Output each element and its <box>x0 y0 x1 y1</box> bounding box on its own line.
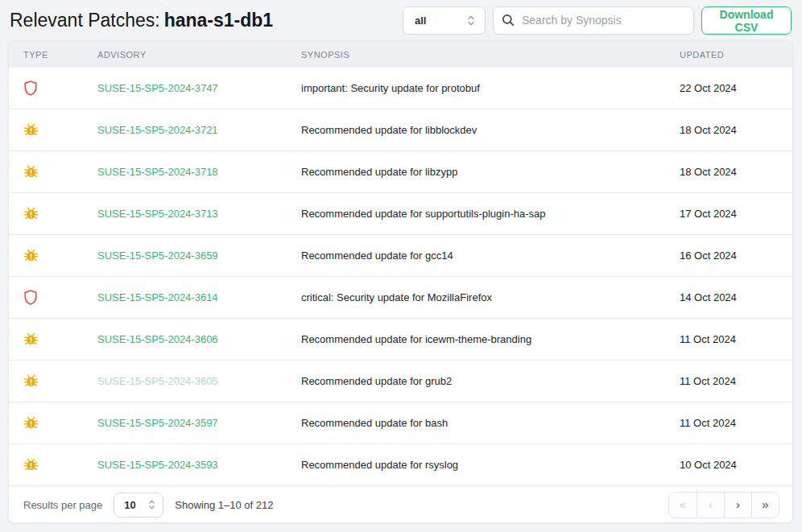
type-cell <box>9 80 83 97</box>
showing-text: Showing 1–10 of 212 <box>175 499 273 511</box>
type-cell <box>9 248 83 263</box>
advisory-cell: SUSE-15-SP5-2024-3721 <box>83 124 287 136</box>
advisory-link[interactable]: SUSE-15-SP5-2024-3659 <box>97 250 218 262</box>
column-header-advisory: Advisory <box>83 50 287 60</box>
search-box[interactable] <box>493 6 694 35</box>
page-title-system: hana-s1-db1 <box>164 10 273 31</box>
column-header-type: Type <box>9 50 83 60</box>
pagination: « ‹ › » <box>668 492 779 518</box>
updated-date: 11 Oct 2024 <box>665 333 792 345</box>
synopsis-text: Recommended update for gcc14 <box>287 250 665 262</box>
advisory-cell: SUSE-15-SP5-2024-3718 <box>83 166 287 178</box>
advisory-link[interactable]: SUSE-15-SP5-2024-3713 <box>97 208 218 220</box>
bug-icon <box>23 415 39 431</box>
table-footer: Results per page 10 Showing 1–10 of 212 … <box>9 486 792 523</box>
advisory-cell: SUSE-15-SP5-2024-3614 <box>83 291 287 303</box>
advisory-cell: SUSE-15-SP5-2024-3747 <box>83 82 287 94</box>
type-cell <box>9 457 83 472</box>
pagination-prev-button[interactable]: ‹ <box>697 493 724 518</box>
table-row: SUSE-15-SP5-2024-3605 Recommended update… <box>9 361 792 402</box>
synopsis-text: Recommended update for grub2 <box>287 375 665 387</box>
bug-icon <box>23 164 39 179</box>
results-per-page-value: 10 <box>124 499 135 511</box>
updated-date: 22 Oct 2024 <box>665 82 792 94</box>
type-cell <box>9 415 83 431</box>
toolbar-controls: all Download CSV <box>403 6 792 35</box>
bug-icon <box>23 332 39 347</box>
bug-icon <box>23 206 39 221</box>
type-cell <box>9 122 83 138</box>
updated-date: 11 Oct 2024 <box>665 375 792 387</box>
advisory-link[interactable]: SUSE-15-SP5-2024-3614 <box>97 291 218 303</box>
advisory-link[interactable]: SUSE-15-SP5-2024-3721 <box>97 124 218 136</box>
top-bar: Relevant Patches:hana-s1-db1 all Downloa… <box>0 0 802 40</box>
search-input[interactable] <box>520 13 685 27</box>
select-caret-icon <box>148 499 155 510</box>
advisory-link[interactable]: SUSE-15-SP5-2024-3593 <box>97 459 218 471</box>
synopsis-text: important: Security update for protobuf <box>287 82 665 94</box>
results-per-page-label: Results per page <box>23 499 102 511</box>
table-row: SUSE-15-SP5-2024-3747 important: Securit… <box>9 68 792 109</box>
advisory-link[interactable]: SUSE-15-SP5-2024-3606 <box>97 333 218 345</box>
security-shield-icon <box>23 289 38 306</box>
table-row: SUSE-15-SP5-2024-3614 critical: Security… <box>9 277 792 319</box>
table-row: SUSE-15-SP5-2024-3721 Recommended update… <box>9 109 792 151</box>
updated-date: 17 Oct 2024 <box>665 208 792 220</box>
type-cell <box>9 164 83 179</box>
updated-date: 14 Oct 2024 <box>665 291 792 303</box>
bug-icon <box>23 248 39 263</box>
table-row: SUSE-15-SP5-2024-3593 Recommended update… <box>9 444 792 486</box>
type-cell <box>9 289 83 306</box>
advisory-cell: SUSE-15-SP5-2024-3606 <box>83 333 287 345</box>
bug-icon <box>23 122 39 138</box>
advisory-link[interactable]: SUSE-15-SP5-2024-3605 <box>97 375 218 387</box>
table-row: SUSE-15-SP5-2024-3597 Recommended update… <box>9 402 792 444</box>
type-cell <box>9 332 83 347</box>
advisory-link[interactable]: SUSE-15-SP5-2024-3718 <box>97 166 218 178</box>
type-filter-select[interactable]: all <box>403 6 486 35</box>
synopsis-text: Recommended update for rsyslog <box>287 459 665 471</box>
advisory-cell: SUSE-15-SP5-2024-3659 <box>83 250 287 262</box>
pagination-last-button[interactable]: » <box>751 493 779 518</box>
type-filter-value: all <box>415 14 426 27</box>
footer-left: Results per page 10 Showing 1–10 of 212 <box>23 493 273 518</box>
page-title: Relevant Patches:hana-s1-db1 <box>10 10 403 31</box>
advisory-link[interactable]: SUSE-15-SP5-2024-3747 <box>97 82 218 94</box>
synopsis-text: critical: Security update for MozillaFir… <box>287 291 665 303</box>
type-cell <box>9 206 83 221</box>
table-row: SUSE-15-SP5-2024-3713 Recommended update… <box>9 193 792 235</box>
bug-icon <box>23 457 39 472</box>
updated-date: 18 Oct 2024 <box>665 124 792 136</box>
synopsis-text: Recommended update for bash <box>287 417 665 429</box>
select-caret-icon <box>467 14 475 27</box>
synopsis-text: Recommended update for icewm-theme-brand… <box>287 333 665 345</box>
advisory-cell: SUSE-15-SP5-2024-3593 <box>83 459 287 471</box>
table-row: SUSE-15-SP5-2024-3606 Recommended update… <box>9 319 792 361</box>
updated-date: 10 Oct 2024 <box>665 459 792 471</box>
patches-table-card: Type Advisory Synopsis Updated SUSE-15-S… <box>8 40 793 523</box>
download-csv-button[interactable]: Download CSV <box>701 6 792 35</box>
table-row: SUSE-15-SP5-2024-3659 Recommended update… <box>9 235 792 277</box>
synopsis-text: Recommended update for libblockdev <box>287 124 665 136</box>
type-cell <box>9 373 83 389</box>
table-body: SUSE-15-SP5-2024-3747 important: Securit… <box>9 68 792 486</box>
pagination-next-button[interactable]: › <box>724 493 751 518</box>
advisory-cell: SUSE-15-SP5-2024-3713 <box>83 208 287 220</box>
updated-date: 11 Oct 2024 <box>665 417 792 429</box>
updated-date: 18 Oct 2024 <box>665 166 792 178</box>
page-title-prefix: Relevant Patches: <box>10 10 160 31</box>
advisory-cell: SUSE-15-SP5-2024-3597 <box>83 417 287 429</box>
results-per-page-select[interactable]: 10 <box>114 493 163 518</box>
table-row: SUSE-15-SP5-2024-3718 Recommended update… <box>9 151 792 193</box>
bug-icon <box>23 373 39 389</box>
updated-date: 16 Oct 2024 <box>665 250 792 262</box>
advisory-link[interactable]: SUSE-15-SP5-2024-3597 <box>97 417 218 429</box>
column-header-updated: Updated <box>665 50 792 60</box>
synopsis-text: Recommended update for libzypp <box>287 166 665 178</box>
synopsis-text: Recommended update for supportutils-plug… <box>287 208 665 220</box>
advisory-cell: SUSE-15-SP5-2024-3605 <box>83 375 287 387</box>
search-icon <box>502 14 515 27</box>
security-shield-icon <box>23 80 38 97</box>
column-header-synopsis: Synopsis <box>287 50 665 60</box>
pagination-first-button[interactable]: « <box>669 493 697 518</box>
